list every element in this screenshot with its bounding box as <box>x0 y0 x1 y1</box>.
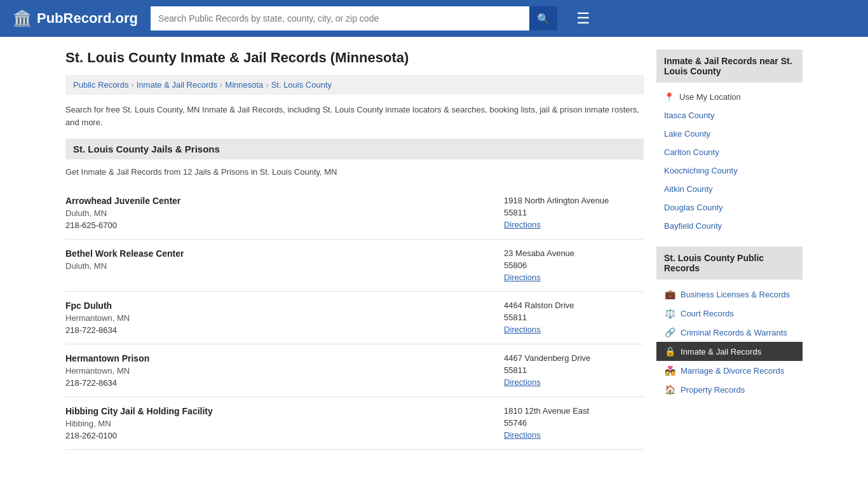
facility-info: Hibbing City Jail & Holding Facility Hib… <box>65 406 504 440</box>
page-description: Search for free St. Louis County, MN Inm… <box>65 104 644 128</box>
section-header: St. Louis County Jails & Prisons <box>65 139 644 159</box>
county-link[interactable]: Itasca County <box>664 111 715 120</box>
facility-info: Fpc Duluth Hermantown, MN 218-722-8634 <box>65 301 504 335</box>
facility-item: Fpc Duluth Hermantown, MN 218-722-8634 4… <box>65 292 644 344</box>
sidebar-nearby: Inmate & Jail Records near St. Louis Cou… <box>656 50 803 235</box>
directions-link[interactable]: Directions <box>504 325 541 334</box>
sidebar-use-location[interactable]: 📍 Use My Location <box>656 88 803 106</box>
content-area: St. Louis County Inmate & Jail Records (… <box>65 50 644 450</box>
facility-item: Hermantown Prison Hermantown, MN 218-722… <box>65 344 644 397</box>
sidebar-county-item[interactable]: Douglas County <box>656 198 803 217</box>
sidebar-record-item[interactable]: 💼 Business Licenses & Records <box>656 285 803 304</box>
facility-street: 1918 North Arlington Avenue <box>504 196 644 205</box>
record-link[interactable]: Court Records <box>681 309 734 318</box>
page-title: St. Louis County Inmate & Jail Records (… <box>65 50 644 66</box>
sidebar-county-item[interactable]: Itasca County <box>656 106 803 125</box>
facility-info: Bethel Work Release Center Duluth, MN <box>65 248 504 282</box>
facility-zip: 55811 <box>504 208 644 217</box>
nearby-counties-list: Itasca CountyLake CountyCarlton CountyKo… <box>656 106 803 235</box>
record-icon: 💑 <box>664 365 675 376</box>
main-container: St. Louis County Inmate & Jail Records (… <box>53 37 815 463</box>
sidebar-record-item[interactable]: 💑 Marriage & Divorce Records <box>656 361 803 380</box>
site-header: 🏛️ PubRecord.org 🔍 ☰ <box>0 0 868 37</box>
county-link[interactable]: Carlton County <box>664 147 719 157</box>
facility-zip: 55806 <box>504 261 644 270</box>
facility-address: 1918 North Arlington Avenue 55811 Direct… <box>504 196 644 230</box>
sidebar-record-item[interactable]: 🏠 Property Records <box>656 380 803 399</box>
breadcrumb: Public Records › Inmate & Jail Records ›… <box>65 75 644 95</box>
facility-address: 4467 Vandenberg Drive 55811 Directions <box>504 353 644 388</box>
search-input[interactable] <box>151 6 529 30</box>
sidebar-county-item[interactable]: Aitkin County <box>656 180 803 198</box>
sidebar-county-item[interactable]: Koochiching County <box>656 161 803 180</box>
directions-link[interactable]: Directions <box>504 220 541 229</box>
record-link[interactable]: Property Records <box>681 385 745 395</box>
breadcrumb-st-louis-county[interactable]: St. Louis County <box>271 80 332 90</box>
record-icon: ⚖️ <box>664 308 675 318</box>
facility-city: Duluth, MN <box>65 208 504 218</box>
record-link[interactable]: Business Licenses & Records <box>681 290 790 299</box>
facility-city: Hibbing, MN <box>65 419 504 428</box>
directions-link[interactable]: Directions <box>504 430 541 440</box>
facility-phone: 218-625-6700 <box>65 220 504 230</box>
facility-info: Hermantown Prison Hermantown, MN 218-722… <box>65 353 504 388</box>
location-icon: 📍 <box>664 92 674 102</box>
sidebar-county-item[interactable]: Lake County <box>656 125 803 143</box>
facility-street: 4467 Vandenberg Drive <box>504 353 644 363</box>
facility-zip: 55811 <box>504 365 644 375</box>
facility-address: 23 Mesaba Avenue 55806 Directions <box>504 248 644 282</box>
record-link[interactable]: Inmate & Jail Records <box>681 347 761 356</box>
sidebar-record-item[interactable]: 🔗 Criminal Records & Warrants <box>656 323 803 342</box>
facility-name: Hibbing City Jail & Holding Facility <box>65 406 504 416</box>
menu-icon[interactable]: ☰ <box>576 10 590 27</box>
sidebar: Inmate & Jail Records near St. Louis Cou… <box>656 50 803 450</box>
logo-text: PubRecord.org <box>37 10 138 27</box>
sidebar-public-records: St. Louis County Public Records 💼 Busine… <box>656 247 803 399</box>
record-icon: 🏠 <box>664 384 675 395</box>
record-icon: 💼 <box>664 289 675 299</box>
facility-name: Hermantown Prison <box>65 353 504 363</box>
breadcrumb-public-records[interactable]: Public Records <box>73 80 128 90</box>
breadcrumb-inmate-records[interactable]: Inmate & Jail Records <box>137 80 217 90</box>
sidebar-county-item[interactable]: Carlton County <box>656 143 803 161</box>
search-button[interactable]: 🔍 <box>529 6 557 30</box>
county-link[interactable]: Aitkin County <box>664 184 713 194</box>
facility-street: 1810 12th Avenue East <box>504 406 644 416</box>
county-link[interactable]: Lake County <box>664 129 710 139</box>
facility-name: Bethel Work Release Center <box>65 248 504 259</box>
facility-item: Arrowhead Juvenile Center Duluth, MN 218… <box>65 187 644 240</box>
sidebar-public-records-header: St. Louis County Public Records <box>656 247 803 280</box>
county-link[interactable]: Douglas County <box>664 203 723 212</box>
facility-zip: 55811 <box>504 313 644 322</box>
facility-info: Arrowhead Juvenile Center Duluth, MN 218… <box>65 196 504 230</box>
facility-zip: 55746 <box>504 418 644 428</box>
public-records-list: 💼 Business Licenses & Records ⚖️ Court R… <box>656 285 803 399</box>
sidebar-nearby-header: Inmate & Jail Records near St. Louis Cou… <box>656 50 803 83</box>
county-link[interactable]: Bayfield County <box>664 221 722 231</box>
site-logo[interactable]: 🏛️ PubRecord.org <box>13 10 138 27</box>
facility-phone: 218-722-8634 <box>65 325 504 335</box>
facility-city: Hermantown, MN <box>65 313 504 323</box>
facility-street: 23 Mesaba Avenue <box>504 248 644 258</box>
facility-city: Hermantown, MN <box>65 366 504 376</box>
facility-street: 4464 Ralston Drive <box>504 301 644 310</box>
facility-list: Arrowhead Juvenile Center Duluth, MN 218… <box>65 187 644 450</box>
sidebar-record-item[interactable]: 🔒 Inmate & Jail Records <box>656 342 803 361</box>
record-link[interactable]: Marriage & Divorce Records <box>681 366 784 376</box>
sidebar-record-item[interactable]: ⚖️ Court Records <box>656 304 803 323</box>
facility-name: Arrowhead Juvenile Center <box>65 196 504 206</box>
county-link[interactable]: Koochiching County <box>664 166 738 175</box>
directions-link[interactable]: Directions <box>504 273 541 282</box>
facility-city: Duluth, MN <box>65 261 504 271</box>
facility-item: Hibbing City Jail & Holding Facility Hib… <box>65 397 644 450</box>
record-link[interactable]: Criminal Records & Warrants <box>681 328 787 337</box>
facility-phone: 218-262-0100 <box>65 431 504 440</box>
logo-icon: 🏛️ <box>13 10 32 27</box>
record-icon: 🔗 <box>664 327 675 337</box>
breadcrumb-minnesota[interactable]: Minnesota <box>225 80 263 90</box>
facility-item: Bethel Work Release Center Duluth, MN 23… <box>65 240 644 292</box>
use-location-label: Use My Location <box>679 92 741 102</box>
directions-link[interactable]: Directions <box>504 377 541 387</box>
sidebar-county-item[interactable]: Bayfield County <box>656 217 803 235</box>
search-bar: 🔍 <box>151 6 557 30</box>
